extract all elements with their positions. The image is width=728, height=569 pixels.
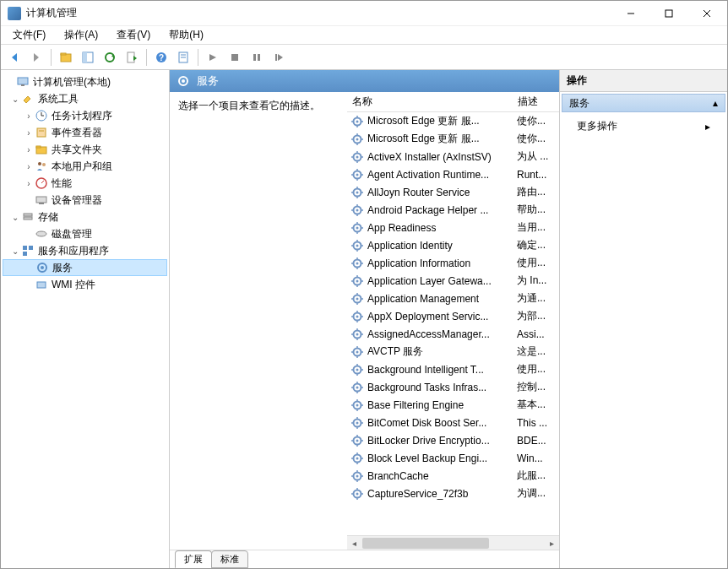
tree-label: 事件查看器 (52, 126, 102, 140)
properties-button[interactable] (173, 47, 193, 68)
service-row[interactable]: AppX Deployment Servic...为部... (347, 307, 559, 325)
expander-open-icon[interactable]: ⌄ (9, 213, 21, 222)
svg-point-50 (182, 79, 185, 83)
service-row[interactable]: Background Tasks Infras...控制... (347, 378, 559, 396)
maximize-button[interactable] (649, 2, 687, 25)
column-name-header[interactable]: 名称 (347, 95, 513, 109)
tree-services-apps[interactable]: ⌄ 服务和应用程序 (3, 242, 167, 259)
svg-point-148 (356, 404, 359, 406)
service-row[interactable]: BranchCache此服... (347, 467, 559, 485)
app-icon (8, 7, 21, 20)
service-desc: 为 In... (517, 274, 559, 288)
refresh-button[interactable] (100, 47, 120, 68)
tree-storage[interactable]: ⌄ 存储 (3, 209, 167, 225)
scroll-right-icon[interactable]: ▸ (545, 536, 559, 550)
tree-wmi[interactable]: WMI 控件 (3, 276, 167, 293)
column-desc-header[interactable]: 描述 (513, 95, 559, 109)
service-row[interactable]: Application Management为通... (347, 290, 559, 307)
expander-closed-icon[interactable]: › (23, 162, 35, 171)
horizontal-scrollbar[interactable]: ◂ ▸ (347, 535, 559, 550)
service-row[interactable]: App Readiness当用... (347, 219, 559, 236)
service-row[interactable]: Application Identity确定... (347, 236, 559, 254)
tree-label: 计算机管理(本地) (33, 75, 111, 89)
tree-local-users[interactable]: › 本地用户和组 (3, 158, 167, 175)
expander-closed-icon[interactable]: › (23, 128, 35, 138)
tab-extended[interactable]: 扩展 (175, 550, 212, 568)
gear-icon (350, 133, 364, 146)
tree-disk-mgmt[interactable]: 磁盘管理 (3, 225, 167, 242)
tree-task-scheduler[interactable]: › 任务计划程序 (3, 107, 167, 124)
service-desc: 使用... (517, 256, 559, 270)
service-list-body[interactable]: Microsoft Edge 更新 服...使你...Microsoft Edg… (347, 112, 559, 535)
service-row[interactable]: Application Layer Gatewa...为 In... (347, 272, 559, 290)
help-button[interactable]: ? (151, 47, 171, 68)
tab-standard[interactable]: 标准 (211, 550, 248, 568)
middle-header-title: 服务 (197, 73, 219, 89)
service-row[interactable]: AllJoyn Router Service路由... (347, 183, 559, 201)
minimize-button[interactable] (611, 2, 649, 25)
menu-view[interactable]: 查看(V) (108, 26, 159, 44)
collapse-icon[interactable]: ▴ (713, 97, 718, 109)
back-button[interactable] (4, 47, 24, 68)
tree-performance[interactable]: › 性能 (3, 175, 167, 192)
tree-event-viewer[interactable]: › 事件查看器 (3, 124, 167, 141)
service-row[interactable]: CaptureService_72f3b为调... (347, 485, 559, 502)
service-name: Application Management (367, 293, 517, 305)
service-row[interactable]: Base Filtering Engine基本... (347, 396, 559, 414)
gear-icon (350, 274, 364, 288)
tree-device-manager[interactable]: 设备管理器 (3, 192, 167, 209)
titlebar: 计算机管理 (1, 1, 727, 26)
stop-service-button[interactable] (225, 47, 245, 68)
expander-open-icon[interactable]: ⌄ (9, 95, 21, 104)
tree-services[interactable]: 服务 (3, 259, 167, 276)
svg-point-100 (356, 262, 359, 264)
menu-file[interactable]: 文件(F) (4, 26, 54, 44)
expander-closed-icon[interactable]: › (23, 179, 35, 188)
tree-panel: 计算机管理(本地) ⌄ 系统工具 › 任务计划程序 › 事件查看器 › 共享文件… (1, 70, 170, 568)
forward-button[interactable] (26, 47, 46, 68)
service-row[interactable]: BitComet Disk Boost Ser...This ... (347, 414, 559, 431)
expander-open-icon[interactable]: ⌄ (9, 247, 21, 256)
scroll-left-icon[interactable]: ◂ (347, 536, 361, 550)
tree-label: 服务 (52, 261, 73, 275)
tree-root[interactable]: 计算机管理(本地) (3, 73, 167, 90)
svg-rect-12 (128, 52, 134, 62)
gear-icon (35, 261, 49, 274)
service-name: Application Information (367, 257, 517, 269)
menu-help[interactable]: 帮助(H) (160, 26, 212, 44)
tree-shared-folders[interactable]: › 共享文件夹 (3, 141, 167, 158)
service-row[interactable]: Application Information使用... (347, 254, 559, 272)
pause-service-button[interactable] (247, 47, 267, 68)
service-row[interactable]: ActiveX Installer (AxInstSV)为从 ... (347, 148, 559, 165)
service-row[interactable]: Background Intelligent T...使用... (347, 360, 559, 378)
tree-label: 本地用户和组 (52, 160, 112, 174)
scroll-thumb[interactable] (362, 538, 489, 549)
tree-system-tools[interactable]: ⌄ 系统工具 (3, 90, 167, 107)
service-name: Base Filtering Engine (367, 399, 517, 411)
actions-section-title[interactable]: 服务 ▴ (562, 94, 725, 112)
service-row[interactable]: Microsoft Edge 更新 服...使你... (347, 130, 559, 148)
start-service-button[interactable] (203, 47, 223, 68)
close-button[interactable] (687, 2, 725, 25)
up-button[interactable] (56, 47, 76, 68)
service-row[interactable]: AVCTP 服务这是... (347, 343, 559, 360)
computer-icon (16, 75, 30, 89)
disk-icon (35, 227, 48, 241)
service-row[interactable]: Block Level Backup Engi...Win... (347, 449, 559, 467)
restart-service-button[interactable] (269, 47, 289, 68)
menu-action[interactable]: 操作(A) (56, 26, 106, 44)
svg-point-166 (356, 457, 359, 459)
show-hide-tree-button[interactable] (78, 47, 98, 68)
expander-closed-icon[interactable]: › (23, 145, 35, 154)
export-button[interactable] (122, 47, 142, 68)
service-desc: 路由... (517, 185, 559, 199)
svg-point-64 (356, 155, 359, 158)
service-row[interactable]: Android Package Helper ...帮助... (347, 201, 559, 219)
service-row[interactable]: Microsoft Edge 更新 服...使你... (347, 112, 559, 130)
more-actions-link[interactable]: 更多操作 ▸ (560, 114, 727, 138)
expander-closed-icon[interactable]: › (23, 111, 35, 121)
service-row[interactable]: BitLocker Drive Encryptio...BDE... (347, 431, 559, 449)
service-row[interactable]: Agent Activation Runtime...Runt... (347, 165, 559, 183)
service-row[interactable]: AssignedAccessManager...Assi... (347, 325, 559, 343)
svg-rect-44 (29, 246, 33, 250)
